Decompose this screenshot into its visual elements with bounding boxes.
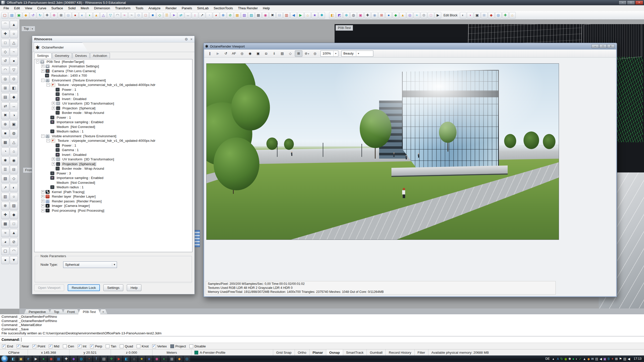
- taskbar-app-icon[interactable]: ◈: [146, 356, 152, 361]
- toolbar-icon[interactable]: △: [100, 12, 107, 19]
- menu-curve[interactable]: Curve: [35, 5, 49, 11]
- expand-icon[interactable]: +: [41, 69, 45, 73]
- tree-item[interactable]: −◤Texture : vizpeople_commercial_hdr_v1_…: [34, 139, 192, 143]
- tray-icon[interactable]: ✦: [611, 357, 614, 361]
- taskbar-app-icon[interactable]: ◧: [10, 356, 17, 361]
- checkbox-quad[interactable]: [120, 344, 124, 348]
- sidebar-tool-icon[interactable]: ▥: [1, 193, 9, 201]
- sidebar-tool-icon[interactable]: ⊘: [10, 238, 18, 246]
- toolbar-icon[interactable]: ↔: [185, 12, 191, 19]
- help-button[interactable]: Help: [127, 284, 141, 291]
- collapse-icon[interactable]: −: [41, 134, 45, 138]
- toolbar-icon[interactable]: ↻: [37, 12, 43, 19]
- toolbar-icon[interactable]: ▶: [297, 12, 304, 19]
- toolbar-icon[interactable]: ✱: [318, 12, 325, 19]
- status-y-20-521[interactable]: y 20.521: [69, 349, 111, 355]
- sidebar-tool-icon[interactable]: △: [10, 39, 18, 47]
- tree-item[interactable]: +▲Animation [Animation Settings]: [34, 64, 192, 69]
- status-cplane[interactable]: CPlane: [0, 349, 28, 355]
- sidebar-tool-icon[interactable]: ◔: [1, 148, 9, 156]
- sidebar-tool-icon[interactable]: ◎: [1, 75, 9, 83]
- tree-item[interactable]: +*Post processing [Post Processing]: [34, 208, 192, 213]
- sidebar-tool-icon[interactable]: ◍: [10, 129, 18, 138]
- sidebar-tool-icon[interactable]: ⊞: [1, 84, 9, 92]
- sidebar-tool-icon[interactable]: ○: [10, 193, 18, 201]
- toolbar-icon[interactable]: ≈: [121, 12, 128, 19]
- taskbar-app-icon[interactable]: ▦: [169, 356, 175, 361]
- checkbox-knot[interactable]: [137, 344, 140, 348]
- tree-item[interactable]: —Border mode : Wrap Around: [34, 166, 192, 171]
- toolbar-icon[interactable]: ●: [385, 12, 392, 19]
- play-button[interactable]: ▶: [214, 51, 221, 57]
- checkbox-perp[interactable]: [90, 344, 94, 348]
- maximize-button[interactable]: □: [627, 1, 635, 5]
- tree-item[interactable]: Medium [Not Connected]: [34, 124, 192, 129]
- toolbar-icon[interactable]: ★: [311, 12, 318, 19]
- save-image-icon[interactable]: ⇓: [271, 51, 278, 57]
- sidebar-tool-icon[interactable]: ▣: [10, 120, 18, 128]
- toolbar-icon[interactable]: ▩: [255, 12, 262, 19]
- camera-capture-icon[interactable]: ◘: [263, 51, 270, 57]
- osnap-int[interactable]: Int: [78, 344, 87, 348]
- region-picker-icon[interactable]: ▣: [255, 51, 262, 57]
- toolbar-icon[interactable]: ≈: [414, 12, 420, 19]
- sidebar-tool-icon[interactable]: △: [10, 139, 18, 147]
- sidebar-tool-icon[interactable]: ↔: [10, 102, 18, 110]
- toolbar-icon[interactable]: ◀: [290, 12, 297, 19]
- tray-icon[interactable]: ◉: [564, 357, 567, 361]
- toolbar-icon[interactable]: ~: [128, 12, 135, 19]
- osnap-disable[interactable]: Disable: [189, 344, 206, 348]
- tab-settings[interactable]: Settings: [34, 53, 52, 58]
- sidebar-tool-icon[interactable]: ≈: [1, 229, 9, 237]
- viewport-title-p08[interactable]: P08-Test: [336, 25, 353, 31]
- taskbar-app-icon[interactable]: ▶: [116, 356, 122, 361]
- sidebar-tool-icon[interactable]: ●: [10, 57, 18, 65]
- osnap-mid[interactable]: Mid: [49, 344, 59, 348]
- sidebar-tool-icon[interactable]: ✚: [1, 211, 9, 219]
- sidebar-tool-icon[interactable]: ◉: [10, 157, 18, 165]
- taskbar-app-icon[interactable]: ▣: [18, 356, 24, 361]
- tree-item[interactable]: ▭Resolution : 1400 x 700: [34, 73, 192, 78]
- sidebar-tool-icon[interactable]: ◕: [1, 238, 9, 246]
- menu-thea-render[interactable]: Thea Render: [235, 5, 260, 11]
- toolbar-icon[interactable]: ◆: [392, 12, 399, 19]
- menu-tools[interactable]: Tools: [133, 5, 146, 11]
- menu-mesh[interactable]: Mesh: [78, 5, 92, 11]
- tree-item[interactable]: +▚Kernel [Path Tracing]: [34, 190, 192, 194]
- tray-icon[interactable]: ▲: [583, 357, 586, 361]
- tree-item[interactable]: −◓Visible environment [Texture Environme…: [34, 134, 192, 139]
- taskbar-app-icon[interactable]: ◉: [153, 356, 160, 361]
- minimize-button[interactable]: –: [591, 44, 599, 48]
- taskbar-app-icon[interactable]: f: [93, 356, 100, 361]
- tree-item[interactable]: −▲P08-Test [RenderTarget]: [34, 59, 192, 64]
- viewport-tab-top[interactable]: Top: [49, 309, 64, 314]
- render-preview[interactable]: [206, 63, 559, 240]
- taskbar-app-icon[interactable]: ◧: [123, 356, 130, 361]
- sidebar-tool-icon[interactable]: ◆: [10, 211, 18, 219]
- compress-icon[interactable]: ◎: [311, 51, 318, 57]
- toolbar-icon[interactable]: ▶: [435, 12, 441, 19]
- sidebar-tool-icon[interactable]: ▢: [1, 247, 9, 255]
- osnap-end[interactable]: End: [2, 344, 13, 348]
- toolbar-icon[interactable]: ✚: [44, 12, 50, 19]
- toolbar-icon[interactable]: ●: [72, 12, 78, 19]
- tray-icon[interactable]: A: [557, 357, 559, 361]
- sidebar-tool-icon[interactable]: ~: [10, 48, 18, 56]
- toolbar-icon[interactable]: ◎: [65, 12, 71, 19]
- start-button[interactable]: ⊞: [2, 356, 8, 362]
- toolbar-icon[interactable]: ⊟: [276, 12, 283, 19]
- sidebar-tool-icon[interactable]: ▽: [10, 66, 18, 74]
- tray-icon[interactable]: ▤: [623, 357, 626, 361]
- checkbox-mid[interactable]: [49, 344, 53, 348]
- sidebar-tool-icon[interactable]: ◑: [10, 111, 18, 119]
- gear-icon[interactable]: ⚙: [185, 37, 188, 41]
- toolbar-icon[interactable]: ⊞: [481, 12, 488, 19]
- tray-icon[interactable]: ↻: [560, 357, 563, 361]
- toolbar-icon[interactable]: ▣: [474, 12, 480, 19]
- osnap-perp[interactable]: Perp: [90, 344, 102, 348]
- menu-view[interactable]: View: [22, 5, 35, 11]
- menu-transform[interactable]: Transform: [112, 5, 133, 11]
- toolbar-icon[interactable]: □: [142, 12, 149, 19]
- tray-icon[interactable]: ◀: [599, 357, 602, 361]
- expand-icon[interactable]: +: [41, 195, 45, 198]
